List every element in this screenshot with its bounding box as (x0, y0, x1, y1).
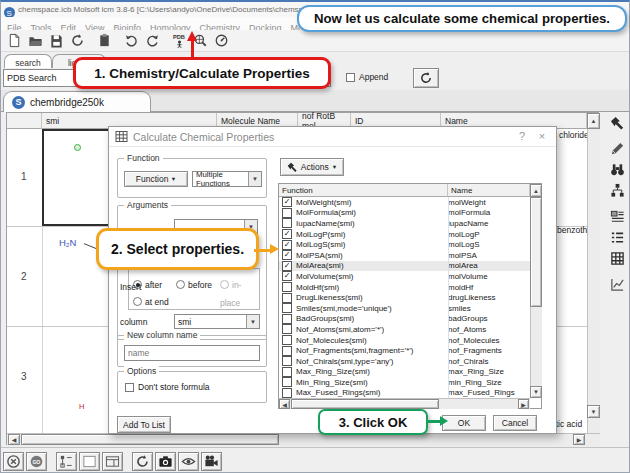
camera-icon[interactable] (155, 452, 176, 471)
list-scroll-left-button[interactable]: ◀ (279, 399, 290, 409)
dialog-close-button[interactable]: × (534, 130, 550, 142)
list-scroll-right-button[interactable]: ▶ (518, 399, 529, 409)
close-circle-icon[interactable] (3, 452, 24, 471)
blank-canvas-icon[interactable] (79, 452, 100, 471)
multiple-functions-combo[interactable]: Multiple Functions ▼ (192, 171, 262, 187)
function-checkbox[interactable] (282, 303, 292, 313)
column-header-rownum[interactable] (7, 113, 42, 129)
dont-store-formula-checkbox[interactable] (125, 383, 134, 392)
table-hscroll-thumb[interactable] (21, 434, 279, 445)
function-checkbox[interactable]: ✓ (282, 250, 292, 260)
movie-camera-icon[interactable] (201, 452, 222, 471)
actions-button[interactable]: Actions▼ (280, 158, 344, 176)
function-checkbox[interactable] (282, 367, 292, 377)
binoculars-search-icon[interactable] (607, 160, 627, 178)
panel-layout-icon[interactable] (102, 452, 123, 471)
chart-view-icon[interactable] (607, 275, 627, 293)
function-row[interactable]: MoldHf(smi)moldHf (279, 282, 530, 293)
table-scroll-right-button[interactable]: ▶ (573, 434, 585, 445)
function-checkbox[interactable] (282, 335, 292, 345)
pdb-read-icon[interactable]: PDB (169, 32, 189, 50)
function-row[interactable]: ✓MolLogS(smi)molLogS (279, 239, 530, 250)
function-row[interactable]: Nof_Molecules(smi)nof_Molecules (279, 335, 530, 346)
function-row[interactable]: BadGroups(smi)badGroups (279, 314, 530, 325)
dialog-title-bar[interactable]: Calculate Chemical Properties (109, 127, 556, 147)
function-checkbox[interactable] (282, 314, 292, 324)
function-row[interactable]: Min_Ring_Size(smi)min_Ring_Size (279, 377, 530, 388)
table-vscrollbar[interactable] (587, 129, 600, 433)
pencil-edit-icon[interactable] (607, 139, 627, 157)
list-scroll-up-button[interactable]: ▲ (530, 184, 542, 197)
combo-dropdown-icon[interactable]: ▼ (248, 172, 261, 186)
function-row[interactable]: Max_Fused_Rings(smi)max_Fused_Rings (279, 388, 530, 398)
function-checkbox[interactable] (282, 218, 292, 228)
paste-icon[interactable] (94, 32, 114, 50)
tree-view-icon[interactable] (56, 452, 77, 471)
save-icon[interactable] (46, 32, 66, 50)
function-checkbox[interactable]: ✓ (282, 229, 292, 239)
function-checkbox[interactable] (282, 324, 292, 334)
row-number[interactable]: 3 (21, 371, 27, 382)
open-folder-icon[interactable] (25, 32, 45, 50)
add-to-list-button[interactable]: Add To List (117, 416, 171, 433)
refresh-icon[interactable] (67, 32, 87, 50)
function-row[interactable]: ✓MolVolume(smi)molVolume (279, 271, 530, 282)
function-checkbox[interactable]: ✓ (282, 261, 292, 271)
grid-view-icon[interactable] (607, 249, 627, 267)
function-row[interactable]: ✓MolWeight(smi)molWeight (279, 197, 530, 208)
refresh-scene-icon[interactable] (132, 452, 153, 471)
function-checkbox[interactable] (282, 282, 292, 292)
function-checkbox[interactable] (282, 346, 292, 356)
molecule-tree-icon[interactable] (607, 181, 627, 199)
function-checkbox[interactable]: ✓ (282, 271, 292, 281)
list-hscroll-thumb[interactable] (291, 399, 439, 409)
radio-inplace[interactable]: in-place (220, 274, 259, 310)
new-document-icon[interactable] (4, 32, 24, 50)
function-row[interactable]: Smiles(smi,mode='unique')smiles (279, 303, 530, 314)
ok-button[interactable]: OK (442, 415, 486, 431)
eye-icon[interactable] (178, 452, 199, 471)
rotate-left-icon[interactable] (121, 32, 141, 50)
table-scroll-up-button[interactable]: ▲ (587, 113, 600, 129)
function-checkbox[interactable] (282, 208, 292, 218)
function-row[interactable]: Max_Ring_Size(smi)max_Ring_Size (279, 367, 530, 378)
function-checkbox[interactable] (282, 293, 292, 303)
function-checkbox[interactable]: ✓ (282, 197, 292, 207)
function-row[interactable]: MolFormula(smi)molFormula (279, 208, 530, 219)
refresh-search-button[interactable] (413, 68, 439, 88)
function-row[interactable]: ✓MolPSA(smi)molPSA (279, 250, 530, 261)
append-checkbox[interactable] (346, 73, 355, 82)
gauge-icon[interactable] (211, 32, 231, 50)
function-dropdown-button[interactable]: Function ▼ (124, 171, 188, 187)
function-row[interactable]: Nof_Chirals(smi,type='any')nof_Chirals (279, 356, 530, 367)
go-button-icon[interactable]: GO (26, 452, 47, 471)
list-vscroll-thumb[interactable] (530, 197, 542, 307)
radio-atend[interactable]: at end (133, 291, 169, 309)
list-header-function[interactable]: Function (279, 184, 448, 197)
hammer-tool-icon[interactable] (607, 114, 627, 132)
table-scroll-down-button[interactable]: ▼ (587, 405, 600, 418)
cancel-button[interactable]: Cancel (493, 415, 537, 431)
function-row[interactable]: Nof_Atoms(smi,atom='*')nof_Atoms (279, 324, 530, 335)
combo-dropdown-icon[interactable]: ▼ (246, 315, 259, 328)
function-checkbox[interactable] (282, 377, 292, 387)
function-checkbox[interactable] (282, 356, 292, 366)
function-row[interactable]: ✓MolLogP(smi)molLogP (279, 229, 530, 240)
function-checkbox[interactable] (282, 388, 292, 398)
column-combo[interactable]: smi ▼ (174, 314, 260, 329)
function-row[interactable]: IupacName(smi)iupacName (279, 218, 530, 229)
dialog-help-button[interactable]: ? (514, 130, 530, 142)
rotate-right-icon[interactable] (142, 32, 162, 50)
new-column-name-input[interactable] (124, 345, 260, 361)
list-view-icon[interactable] (607, 228, 627, 246)
function-row[interactable]: ✓MolArea(smi)molArea (279, 261, 530, 272)
function-row[interactable]: DrugLikeness(smi)drugLikeness (279, 292, 530, 303)
list-scroll-down-button[interactable]: ▼ (530, 386, 542, 398)
function-checkbox[interactable]: ✓ (282, 240, 292, 250)
table-scroll-left-button[interactable]: ◀ (8, 434, 20, 445)
tab-chembridge250k[interactable]: S chembridge250k (3, 91, 151, 112)
function-row[interactable]: Nof_Fragments(smi,fragment='*')nof_Fragm… (279, 345, 530, 356)
row-number[interactable]: 2 (21, 271, 27, 282)
row-number[interactable]: 1 (21, 171, 27, 182)
list-header-name[interactable]: Name (448, 184, 530, 197)
